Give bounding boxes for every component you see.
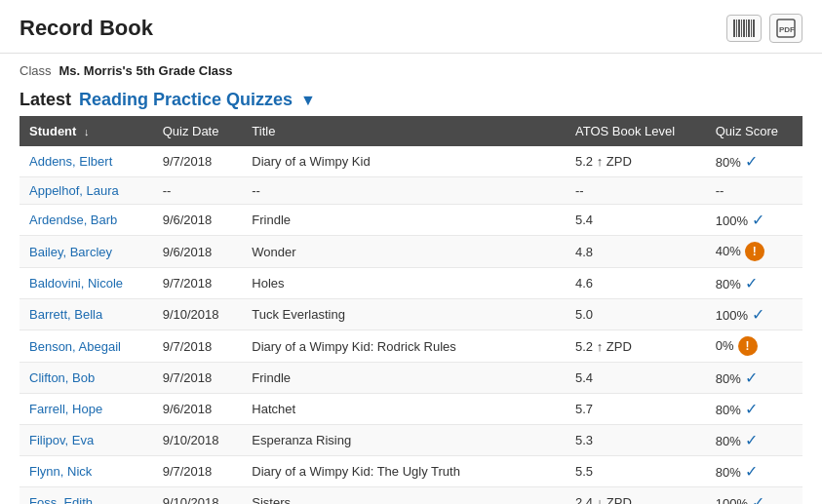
student-link[interactable]: Farrell, Hope <box>29 402 102 416</box>
title-cell: Wonder <box>242 236 566 268</box>
student-link[interactable]: Filipov, Eva <box>29 433 94 447</box>
svg-rect-5 <box>746 19 747 37</box>
table-row: Addens, Elbert9/7/2018Diary of a Wimpy K… <box>20 146 802 177</box>
records-table: Student ↓ Quiz Date Title ATOS Book Leve… <box>20 116 802 504</box>
table-row: Benson, Abegail9/7/2018Diary of a Wimpy … <box>20 330 802 363</box>
quiz-type-link[interactable]: Reading Practice Quizzes <box>79 90 293 110</box>
latest-section: Latest Reading Practice Quizzes ▼ <box>0 84 822 116</box>
score-value: 80% <box>716 371 741 386</box>
quiz-date-cell: 9/6/2018 <box>153 236 243 268</box>
svg-rect-2 <box>738 19 740 37</box>
student-cell: Addens, Elbert <box>20 146 153 177</box>
col-header-atos: ATOS Book Level <box>566 116 706 146</box>
check-icon: ✓ <box>741 432 758 448</box>
student-link[interactable]: Foss, Edith <box>29 495 93 504</box>
student-cell: Filipov, Eva <box>20 425 153 456</box>
svg-rect-7 <box>751 19 752 37</box>
table-header-row: Student ↓ Quiz Date Title ATOS Book Leve… <box>20 116 802 146</box>
student-link[interactable]: Ardendse, Barb <box>29 213 117 227</box>
quiz-date-cell: 9/7/2018 <box>153 456 243 487</box>
svg-rect-1 <box>736 19 737 37</box>
score-cell: 100% ✓ <box>706 487 802 505</box>
class-info-row: Class Ms. Morris's 5th Grade Class <box>0 54 822 84</box>
student-cell: Bailey, Barcley <box>20 236 153 268</box>
student-cell: Foss, Edith <box>20 487 153 505</box>
atos-cell: 5.4 <box>566 363 706 394</box>
title-cell: Tuck Everlasting <box>242 299 566 330</box>
quiz-date-cell: 9/10/2018 <box>153 425 243 456</box>
table-row: Flynn, Nick9/7/2018Diary of a Wimpy Kid:… <box>20 456 802 487</box>
col-header-quiz-date: Quiz Date <box>153 116 243 146</box>
page-title: Record Book <box>20 16 153 41</box>
score-cell: 100% ✓ <box>706 299 802 330</box>
atos-cell: 5.3 <box>566 425 706 456</box>
quiz-date-cell: 9/6/2018 <box>153 205 243 236</box>
col-header-title: Title <box>242 116 566 146</box>
score-cell: 80% ✓ <box>706 363 802 394</box>
atos-cell: 4.8 <box>566 236 706 268</box>
sort-arrow-icon: ↓ <box>84 126 90 137</box>
pdf-icon[interactable]: PDF <box>769 14 802 43</box>
score-value: -- <box>716 183 724 198</box>
atos-cell: -- <box>566 177 706 205</box>
title-cell: -- <box>242 177 566 205</box>
student-link[interactable]: Clifton, Bob <box>29 370 95 385</box>
score-cell: 100% ✓ <box>706 205 802 236</box>
title-cell: Diary of a Wimpy Kid: The Ugly Truth <box>242 456 566 487</box>
col-header-score: Quiz Score <box>706 116 802 146</box>
score-cell: 80% ✓ <box>706 146 802 177</box>
check-icon: ✓ <box>741 153 758 170</box>
score-value: 100% <box>716 496 748 504</box>
score-value: 100% <box>716 213 748 228</box>
student-cell: Barrett, Bella <box>20 299 153 330</box>
records-table-container: Student ↓ Quiz Date Title ATOS Book Leve… <box>0 116 822 504</box>
student-cell: Baldovini, Nicole <box>20 268 153 299</box>
score-value: 80% <box>716 434 741 448</box>
student-link[interactable]: Bailey, Barcley <box>29 245 112 259</box>
student-link[interactable]: Baldovini, Nicole <box>29 276 123 291</box>
score-value: 80% <box>716 155 741 170</box>
latest-label: Latest <box>20 90 71 110</box>
student-cell: Ardendse, Barb <box>20 205 153 236</box>
score-cell: 80% ✓ <box>706 456 802 487</box>
quiz-date-cell: 9/7/2018 <box>153 268 243 299</box>
student-link[interactable]: Appelhof, Laura <box>29 183 119 198</box>
title-cell: Frindle <box>242 363 566 394</box>
table-row: Baldovini, Nicole9/7/2018Holes4.680% ✓ <box>20 268 802 299</box>
table-row: Farrell, Hope9/6/2018Hatchet5.780% ✓ <box>20 394 802 425</box>
atos-cell: 5.7 <box>566 394 706 425</box>
header-actions: PDF <box>726 14 802 43</box>
atos-cell: 2.4 ↓ ZPD <box>566 487 706 505</box>
svg-rect-6 <box>748 19 750 37</box>
table-row: Appelhof, Laura-------- <box>20 177 802 205</box>
atos-cell: 4.6 <box>566 268 706 299</box>
barcode-icon[interactable] <box>726 15 762 42</box>
quiz-date-cell: 9/10/2018 <box>153 487 243 505</box>
student-link[interactable]: Flynn, Nick <box>29 464 92 479</box>
warning-icon: ! <box>738 336 758 356</box>
score-cell: 0%! <box>706 330 802 363</box>
title-cell: Hatchet <box>242 394 566 425</box>
svg-rect-4 <box>743 19 745 37</box>
score-cell: 80% ✓ <box>706 425 802 456</box>
table-row: Foss, Edith9/10/2018Sisters2.4 ↓ ZPD100%… <box>20 487 802 505</box>
student-link[interactable]: Addens, Elbert <box>29 154 112 169</box>
student-link[interactable]: Benson, Abegail <box>29 339 121 354</box>
col-header-student[interactable]: Student ↓ <box>20 116 153 146</box>
title-cell: Sisters <box>242 487 566 505</box>
student-link[interactable]: Barrett, Bella <box>29 307 102 322</box>
title-cell: Diary of a Wimpy Kid <box>242 146 566 177</box>
title-cell: Esperanza Rising <box>242 425 566 456</box>
student-cell: Clifton, Bob <box>20 363 153 394</box>
svg-rect-0 <box>733 19 735 37</box>
check-icon: ✓ <box>748 212 764 228</box>
chevron-down-icon[interactable]: ▼ <box>300 92 316 109</box>
atos-cell: 5.0 <box>566 299 706 330</box>
atos-cell: 5.5 <box>566 456 706 487</box>
warning-icon: ! <box>745 242 764 261</box>
table-row: Filipov, Eva9/10/2018Esperanza Rising5.3… <box>20 425 802 456</box>
atos-cell: 5.2 ↑ ZPD <box>566 146 706 177</box>
score-value: 80% <box>716 465 741 480</box>
page-header: Record Book PDF <box>0 0 822 54</box>
title-cell: Frindle <box>242 205 566 236</box>
